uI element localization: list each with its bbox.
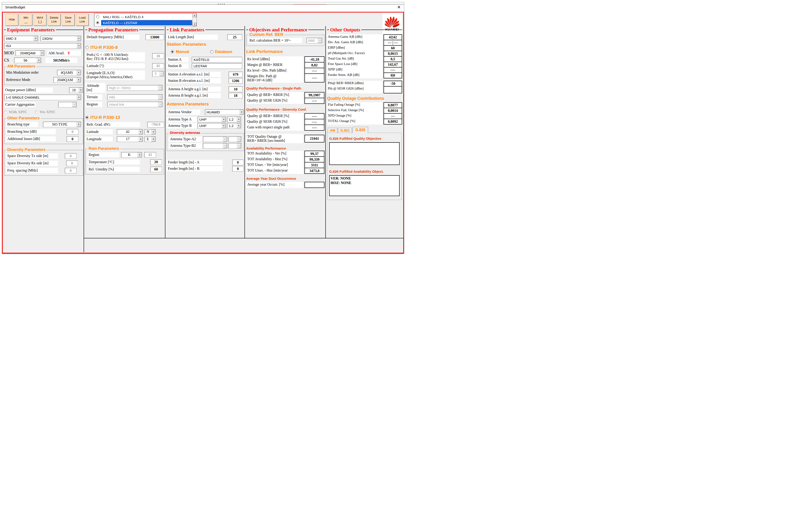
refr-grad-input[interactable]: -794.9 xyxy=(147,122,164,127)
max-button[interactable]: MAX [_] xyxy=(34,13,46,26)
wo-xpic-label[interactable]: Wo XPIC xyxy=(39,110,55,114)
chevron-down-icon[interactable]: ▼ xyxy=(318,38,322,43)
scroll-down-icon[interactable]: ▼ xyxy=(193,22,197,26)
chevron-down-icon[interactable]: ▼ xyxy=(72,102,76,107)
tab-g821[interactable]: G.821 xyxy=(338,128,352,133)
antenna-type-b-combo[interactable]: UHP▼ xyxy=(198,123,226,129)
branching-loss-input[interactable]: 0 xyxy=(66,129,78,135)
database-label[interactable]: Database xyxy=(215,50,232,54)
close-icon[interactable]: ✕ xyxy=(397,5,401,9)
chevron-down-icon[interactable]: ▼ xyxy=(222,117,226,122)
itur-p530-13-label[interactable]: ITU-R P.530-13 xyxy=(90,115,120,120)
region-combo[interactable]: Inland link▼ xyxy=(107,102,163,107)
output-power-combo[interactable]: 18▼ xyxy=(69,87,83,93)
chevron-down-icon[interactable]: ▼ xyxy=(77,44,81,48)
antenna-b-height-input[interactable]: 18 xyxy=(229,93,243,98)
chevron-down-icon[interactable]: ▼ xyxy=(237,137,241,142)
min-button[interactable]: Min __ xyxy=(20,13,32,26)
chevron-down-icon[interactable]: ▼ xyxy=(139,137,143,142)
longitude8-combo[interactable]: E▼ xyxy=(152,71,164,77)
config-combo[interactable]: IS3▼ xyxy=(4,43,81,49)
freq-spacing-input[interactable]: 0 xyxy=(65,168,77,173)
reference-mode-combo[interactable]: 2048QAM▼ xyxy=(53,77,81,83)
ref-ber-combo[interactable]: RBE▼ xyxy=(307,38,322,44)
antenna-type-a-combo[interactable]: UHP▼ xyxy=(198,117,226,122)
chevron-down-icon[interactable]: ▼ xyxy=(222,123,226,128)
radio-icon[interactable] xyxy=(96,21,99,24)
additional-losses-input[interactable]: 0 xyxy=(66,136,78,142)
scroll-up-icon[interactable]: ▲ xyxy=(193,13,197,17)
elevation-b-input[interactable]: 1206 xyxy=(229,78,243,84)
itur-p530-13-radio[interactable] xyxy=(85,116,89,119)
station-b-input[interactable]: LEOTAR xyxy=(192,63,242,69)
save-link-button[interactable]: Save Link xyxy=(62,13,75,26)
min-modulation-combo[interactable]: 4QAMS▼ xyxy=(57,70,81,76)
chevron-down-icon[interactable]: ▼ xyxy=(77,78,81,82)
chevron-down-icon[interactable]: ▼ xyxy=(139,130,143,134)
antenna-vendor-combo[interactable]: HUAWEI▼ xyxy=(205,109,244,115)
chevron-down-icon[interactable]: ▼ xyxy=(138,152,142,157)
chevron-down-icon[interactable]: ▼ xyxy=(40,51,44,55)
chevron-down-icon[interactable]: ▼ xyxy=(223,143,227,148)
altitude-combo[interactable]: High (> 700m)▼ xyxy=(107,85,163,91)
sd-tx-input[interactable]: 0 xyxy=(65,153,77,159)
channel-spacing-combo[interactable]: 56▼ xyxy=(14,57,41,63)
link-item-label[interactable]: KAŠTELO --- LEOTAR xyxy=(101,20,192,25)
chevron-down-icon[interactable]: ▼ xyxy=(223,137,227,142)
chevron-down-icon[interactable]: ▼ xyxy=(158,95,162,99)
link-item-label[interactable]: MALI ROG --- KAŠTELO 4 xyxy=(101,14,192,20)
tab-g826[interactable]: G.826 xyxy=(353,127,368,133)
chevron-down-icon[interactable]: ▼ xyxy=(237,143,241,148)
chevron-down-icon[interactable]: ▼ xyxy=(77,122,81,127)
terrain-combo[interactable]: Hills▼ xyxy=(107,94,163,100)
antenna-size-b2-combo[interactable]: ▼ xyxy=(228,143,241,149)
idu-model-combo[interactable]: XMC-3▼ xyxy=(4,36,38,41)
hide-button[interactable]: Hide xyxy=(5,13,18,26)
temperature-input[interactable]: 20 xyxy=(150,159,162,165)
chevron-down-icon[interactable]: ▼ xyxy=(160,72,164,76)
band-combo[interactable]: 13GHz▼ xyxy=(40,36,81,41)
longitude-hemisphere-combo[interactable]: E▼ xyxy=(145,136,156,142)
elevation-a-input[interactable]: 679 xyxy=(229,72,243,77)
antenna-size-a-combo[interactable]: 1.2▼ xyxy=(227,117,241,122)
longitude-combo[interactable]: 17▼ xyxy=(117,136,143,142)
antenna-type-a2-combo[interactable]: ▼ xyxy=(203,136,227,142)
wo-xpic-radio[interactable] xyxy=(35,110,38,114)
chevron-down-icon[interactable]: ▼ xyxy=(37,58,41,63)
latitude-combo[interactable]: 42▼ xyxy=(117,129,143,135)
humidity-input[interactable]: 60 xyxy=(150,167,162,172)
manual-radio[interactable] xyxy=(171,50,174,53)
channel-config-combo[interactable]: 1+0 SINGLE CHANNEL▼ xyxy=(4,94,81,100)
chevron-down-icon[interactable]: ▼ xyxy=(34,36,38,41)
database-radio[interactable] xyxy=(210,50,213,53)
rain-region-number[interactable]: 42 xyxy=(144,152,156,158)
station-a-input[interactable]: KAŠTELO xyxy=(192,57,242,62)
link-item-mali-rog[interactable]: MALI ROG --- KAŠTELO 4 xyxy=(94,14,193,20)
chevron-down-icon[interactable]: ▼ xyxy=(237,117,241,122)
link-item-kastelo-leotar[interactable]: KAŠTELO --- LEOTAR xyxy=(94,20,193,26)
radio-icon[interactable] xyxy=(96,15,99,19)
antenna-a-height-input[interactable]: 10 xyxy=(229,86,243,92)
default-frequency-input[interactable]: 13000 xyxy=(145,34,164,40)
branching-type-combo[interactable]: NO TYPE▼ xyxy=(43,121,81,127)
latitude8-input[interactable]: 42 xyxy=(152,63,164,69)
chevron-down-icon[interactable]: ▼ xyxy=(79,88,83,92)
antenna-type-b2-combo[interactable]: ▼ xyxy=(203,143,227,149)
antenna-size-a2-combo[interactable]: ▼ xyxy=(228,136,241,142)
chevron-down-icon[interactable]: ▼ xyxy=(77,70,81,75)
chevron-down-icon[interactable]: ▼ xyxy=(77,95,81,100)
chevron-down-icon[interactable]: ▼ xyxy=(158,85,162,90)
itur-p530-8-radio[interactable] xyxy=(85,46,89,49)
prob-input[interactable]: 10 xyxy=(152,53,164,59)
antenna-size-b-combo[interactable]: 1.2▼ xyxy=(227,123,241,129)
chevron-down-icon[interactable]: ▼ xyxy=(239,110,243,115)
chevron-down-icon[interactable]: ▼ xyxy=(158,102,162,107)
tab-am[interactable]: AM xyxy=(328,128,338,133)
with-xpic-radio[interactable] xyxy=(4,110,7,114)
itur-p530-8-label[interactable]: ITU-R P.530-8 xyxy=(90,45,118,50)
chevron-down-icon[interactable]: ▼ xyxy=(151,137,155,142)
chevron-down-icon[interactable]: ▼ xyxy=(77,36,81,41)
modulation-combo[interactable]: 2048QAM▼ xyxy=(16,50,45,56)
feeder-length-b-input[interactable]: 0 xyxy=(232,166,243,172)
sd-rx-input[interactable]: 0 xyxy=(66,161,78,166)
